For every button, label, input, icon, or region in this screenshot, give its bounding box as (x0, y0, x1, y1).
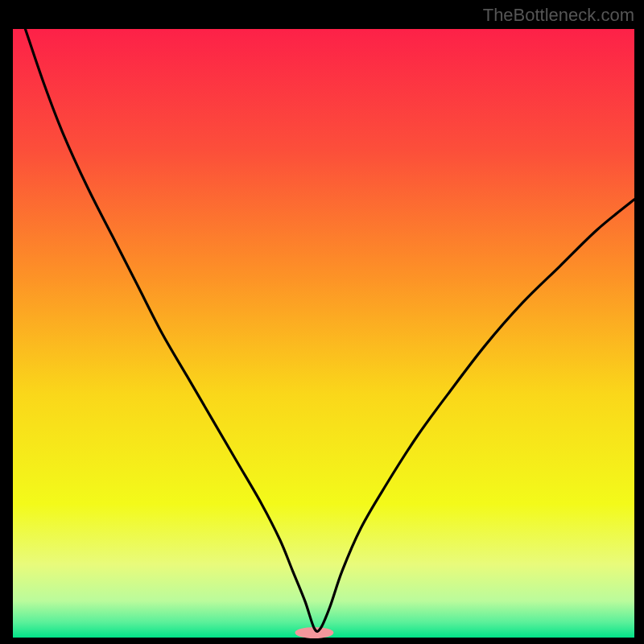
watermark-text: TheBottleneck.com (483, 5, 634, 26)
chart-svg (0, 0, 644, 644)
plot-background (13, 29, 634, 638)
bottleneck-chart: TheBottleneck.com (0, 0, 644, 644)
